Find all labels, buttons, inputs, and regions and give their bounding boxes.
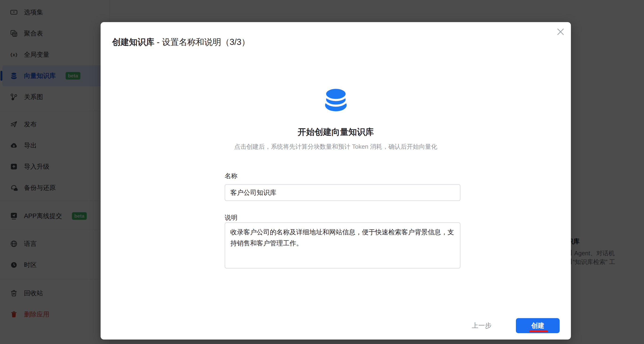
create-button-label: 创建 [531,322,544,329]
modal-title-secondary: - 设置名称和说明（3/3） [154,37,250,47]
modal-heading: 开始创建向量知识库 [100,126,571,138]
annotation-underline [529,330,548,332]
name-field-label: 名称 [225,172,238,180]
create-knowledge-base-modal: 创建知识库 - 设置名称和说明（3/3） 开始创建向量知识库 点击创建后，系统将… [100,22,571,339]
modal-title: 创建知识库 - 设置名称和说明（3/3） [112,36,250,48]
modal-footer: 上一步 创建 [472,318,560,333]
description-field-label: 说明 [225,213,238,222]
description-textarea[interactable]: 收录客户公司的名称及详细地址和网站信息，便于快速检索客户背景信息，支持销售和客户… [225,222,460,268]
modal-title-primary: 创建知识库 [112,37,154,47]
name-input[interactable] [225,184,460,201]
close-icon[interactable] [556,27,565,37]
create-button[interactable]: 创建 [516,318,560,333]
modal-subheading: 点击创建后，系统将先计算分块数量和预计 Token 消耗，确认后开始向量化 [100,143,571,151]
app-screen: 选项集 聚合表 {x} 全局变量 向量知识库 beta [0,0,644,344]
database-icon [324,88,347,112]
back-button[interactable]: 上一步 [472,321,492,330]
